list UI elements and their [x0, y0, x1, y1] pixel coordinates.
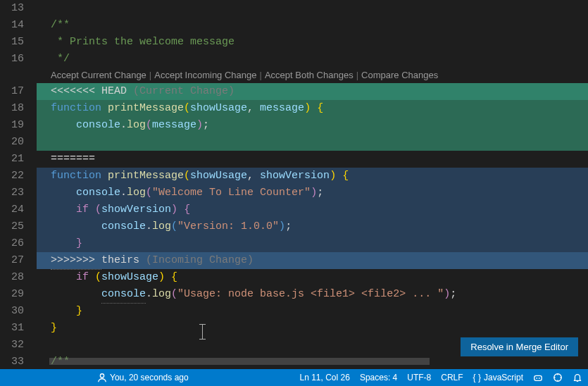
line-number: 26: [0, 235, 24, 252]
code-line: * Prints the welcome message: [37, 34, 588, 51]
status-eol[interactable]: CRLF: [441, 373, 463, 382]
status-encoding[interactable]: UTF-8: [407, 373, 431, 382]
code-line: console.log(message);: [37, 117, 588, 134]
svg-point-2: [536, 378, 537, 379]
code-line: if (showVersion) {: [37, 201, 588, 218]
conflict-separator: =======: [37, 151, 588, 168]
line-number: 27: [0, 252, 24, 269]
line-number-spacer: [0, 68, 24, 83]
code-line: console.log("Welcome To Line Counter");: [37, 185, 588, 201]
line-number: 31: [0, 320, 24, 337]
code-line: function printMessage(showUsage, message…: [37, 100, 588, 117]
line-number: 24: [0, 201, 24, 218]
accept-both-changes-link[interactable]: Accept Both Changes: [265, 70, 354, 80]
code-line: console.log("Usage: node base.js <file1>…: [37, 286, 588, 303]
svg-point-3: [539, 378, 540, 379]
person-icon: [97, 373, 107, 382]
code-line: }: [37, 320, 588, 337]
horizontal-scrollbar[interactable]: [49, 358, 430, 365]
braces-icon: { }: [473, 373, 481, 382]
code-line: console.log("Version: 1.0.0");: [37, 218, 588, 235]
accept-current-change-link[interactable]: Accept Current Change: [51, 70, 146, 80]
feedback-icon[interactable]: [553, 373, 563, 382]
editor[interactable]: 13 14 15 16 17 18 19 20 21 22 23 24 25 2…: [0, 0, 588, 365]
line-number: 25: [0, 218, 24, 235]
status-language[interactable]: { } JavaScript: [473, 373, 523, 382]
code-line: }: [37, 235, 588, 252]
line-number: 16: [0, 51, 24, 68]
code-line: */: [37, 51, 588, 68]
line-number: 29: [0, 286, 24, 303]
code-line: }: [37, 303, 588, 320]
line-number: 14: [0, 17, 24, 34]
line-number: 30: [0, 303, 24, 320]
status-bar: You, 20 seconds ago Ln 11, Col 26 Spaces…: [0, 369, 588, 386]
line-number: 23: [0, 185, 24, 201]
accept-incoming-change-link[interactable]: Accept Incoming Change: [154, 70, 256, 80]
line-gutter: 13 14 15 16 17 18 19 20 21 22 23 24 25 2…: [0, 0, 37, 365]
status-blame[interactable]: You, 20 seconds ago: [97, 373, 189, 382]
code-area[interactable]: /** * Prints the welcome message */ Acce…: [37, 0, 588, 365]
compare-changes-link[interactable]: Compare Changes: [361, 70, 438, 80]
line-number: 21: [0, 151, 24, 168]
code-line: function printMessage(showUsage, showVer…: [37, 168, 588, 185]
status-blame-text: You, 20 seconds ago: [110, 373, 189, 382]
code-line: if (showUsage) {: [37, 269, 588, 286]
bell-icon[interactable]: [573, 373, 582, 382]
line-number: 28: [0, 269, 24, 286]
conflict-incoming-header: >>>>>>> theirs (Incoming Change): [37, 252, 588, 269]
merge-codelens: Accept Current Change|Accept Incoming Ch…: [37, 68, 588, 83]
conflict-current-header: <<<<<<< HEAD (Current Change): [37, 83, 588, 100]
line-number: 32: [0, 337, 24, 354]
status-cursor-position[interactable]: Ln 11, Col 26: [300, 373, 350, 382]
status-indentation[interactable]: Spaces: 4: [360, 373, 397, 382]
svg-rect-1: [534, 375, 542, 380]
copilot-icon[interactable]: [533, 373, 543, 382]
line-number: 22: [0, 168, 24, 185]
line-number: 17: [0, 83, 24, 100]
line-number: 13: [0, 0, 24, 17]
code-line: [37, 134, 588, 151]
code-line: /**: [37, 17, 588, 34]
resolve-in-merge-editor-button[interactable]: Resolve in Merge Editor: [461, 337, 578, 356]
line-number: 18: [0, 100, 24, 117]
line-number: 20: [0, 134, 24, 151]
line-number: 33: [0, 354, 24, 365]
line-number: 19: [0, 117, 24, 134]
svg-point-0: [100, 374, 104, 378]
line-number: 15: [0, 34, 24, 51]
status-language-text: JavaScript: [484, 373, 523, 382]
code-line: [37, 0, 588, 17]
